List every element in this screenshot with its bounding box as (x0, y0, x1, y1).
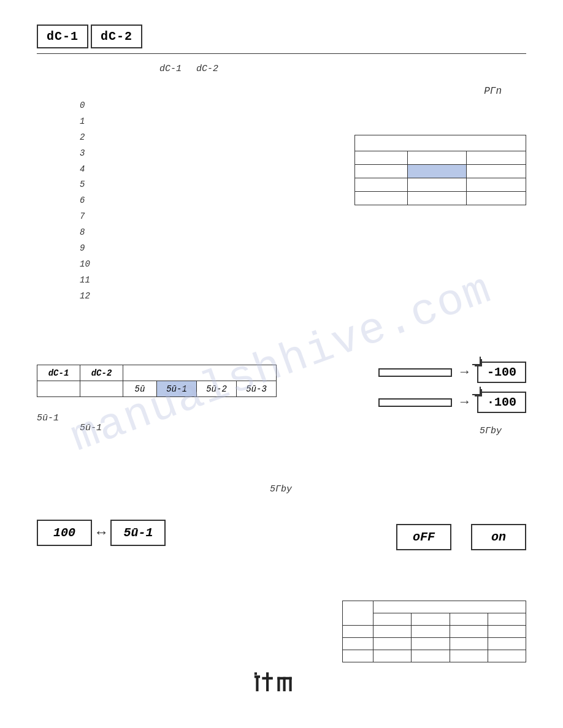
num-4: 4 (80, 162, 90, 178)
bottom-right-table (342, 601, 526, 662)
bottom-arrow-row: 100 ↔ 5ū-1 (37, 520, 166, 546)
svg-rect-8 (283, 677, 286, 691)
on-box: on (471, 524, 526, 550)
num-0: 0 (80, 98, 90, 114)
num-2: 2 (80, 130, 90, 146)
num-5: 5 (80, 177, 90, 193)
su1-col: 5ū-1 (157, 381, 197, 397)
dc2-button[interactable]: dC-2 (91, 25, 142, 48)
bottom-box-100: 100 (37, 520, 92, 546)
num-12: 12 (80, 289, 90, 305)
srby-right-label: 5Гby (480, 426, 502, 436)
header-buttons: dC-1 dC-2 (37, 25, 526, 48)
num-3: 3 (80, 146, 90, 162)
dc1-label: dC-1 (159, 64, 182, 74)
su-dc1-header: dC-1 (37, 365, 80, 381)
su1-desc-label: 5ū-1 (80, 423, 102, 433)
arrow-right-2: → (461, 395, 469, 410)
num-10: 10 (80, 257, 90, 273)
svg-rect-2 (255, 672, 257, 675)
num-9: 9 (80, 241, 90, 257)
su-col: 5ū (123, 381, 157, 397)
su1-below-label: 5ū-1 (37, 413, 277, 423)
empty-display-box-1 (378, 368, 452, 377)
top-right-table (354, 135, 526, 205)
page: manualshhive.com dC-1 dC-2 dC-1 dC-2 PГn… (0, 0, 563, 728)
middle-section: dC-1 dC-2 5ū 5ū-1 5ū-2 5ū-3 5ū-1 (37, 365, 277, 423)
off-on-area: oFF on (396, 524, 526, 550)
num-8: 8 (80, 225, 90, 241)
dc-labels-row: dC-1 dC-2 (159, 64, 526, 74)
svg-rect-0 (256, 677, 258, 691)
prn-label: PГn (484, 86, 502, 97)
srby-left-label: 5Гby (270, 484, 292, 495)
num-7: 7 (80, 209, 90, 225)
num-1: 1 (80, 114, 90, 130)
led-display-1: -100 (477, 362, 526, 383)
arrow-row-1: → -100 (378, 362, 526, 383)
bottom-box-su1: 5ū-1 (110, 520, 166, 546)
double-arrow: ↔ (97, 525, 105, 541)
arrow-right-1: → (461, 365, 469, 380)
led-display-2: ·100 (477, 392, 526, 413)
bottom-display-area: 100 ↔ 5ū-1 (37, 520, 166, 546)
empty-display-box-2 (378, 398, 452, 407)
itm-logo (251, 669, 312, 702)
su3-col: 5ū-3 (237, 381, 277, 397)
svg-rect-1 (255, 675, 260, 678)
dc2-label: dC-2 (196, 64, 218, 74)
arrow-display-area: → -100 → ·100 (378, 362, 526, 422)
dc1-button[interactable]: dC-1 (37, 25, 88, 48)
header-divider (37, 53, 526, 54)
num-6: 6 (80, 193, 90, 209)
svg-rect-3 (266, 672, 269, 691)
su-dc2-header: dC-2 (80, 365, 123, 381)
num-11: 11 (80, 273, 90, 289)
off-box: oFF (396, 524, 451, 550)
itm-logo-svg (251, 669, 312, 699)
number-list: 0 1 2 3 4 5 6 7 8 9 10 11 12 (80, 98, 90, 305)
arrow-row-2: → ·100 (378, 392, 526, 413)
su-table: dC-1 dC-2 5ū 5ū-1 5ū-2 5ū-3 (37, 365, 277, 409)
su2-col: 5ū-2 (197, 381, 237, 397)
svg-rect-4 (262, 677, 273, 680)
svg-rect-7 (289, 677, 292, 691)
